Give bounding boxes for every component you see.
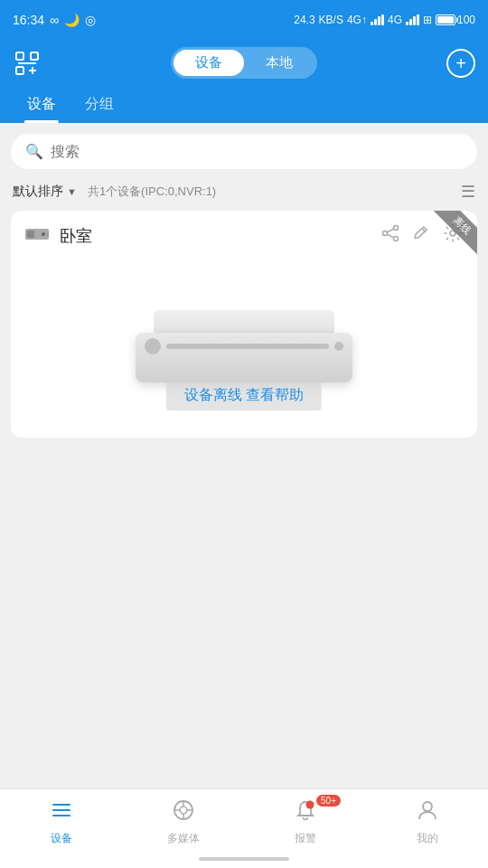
tab-device[interactable]: 设备: [174, 50, 244, 76]
data-speed: 24.3: [294, 14, 314, 26]
status-left: 16:34 ∞ 🌙 ◎: [13, 13, 96, 27]
device-count: 共1个设备(IPC:0,NVR:1): [88, 184, 216, 200]
svg-point-27: [423, 802, 432, 811]
chevron-down-icon: ▼: [67, 186, 77, 197]
sub-tabs: 设备 分组: [0, 88, 488, 123]
nav-label-alarm: 报警: [295, 831, 316, 846]
svg-rect-0: [16, 52, 23, 60]
main-content: 🔍 默认排序 ▼ 共1个设备(IPC:0,NVR:1) ☰ 离线: [0, 123, 488, 783]
status-bar: 16:34 ∞ 🌙 ◎ 24.3 KB/S 4G↑ 4G ⊞: [0, 0, 488, 40]
sort-left: 默认排序 ▼ 共1个设备(IPC:0,NVR:1): [13, 184, 216, 200]
svg-line-13: [387, 229, 393, 232]
signal-bars-1: [371, 14, 384, 25]
search-input[interactable]: [51, 144, 463, 160]
nav-label-media: 多媒体: [167, 831, 200, 846]
svg-rect-1: [31, 52, 38, 60]
svg-rect-2: [16, 67, 23, 74]
time-display: 16:34: [13, 13, 44, 27]
home-indicator: [199, 857, 289, 861]
status-right: 24.3 KB/S 4G↑ 4G ⊞ 100: [294, 14, 475, 26]
alarm-nav-icon: [294, 798, 317, 827]
svg-rect-9: [47, 231, 49, 237]
device-nav-icon: [50, 798, 73, 827]
search-bar: 🔍: [11, 134, 477, 169]
nvr-body-part: [136, 333, 352, 382]
svg-point-11: [394, 237, 399, 241]
nav-label-device: 设备: [51, 831, 72, 846]
hb-icon: ⊞: [423, 14, 432, 26]
sort-label[interactable]: 默认排序: [13, 184, 63, 200]
device-card: 离线 卧室: [11, 211, 477, 438]
battery-indicator: 100: [436, 14, 475, 26]
tab-local[interactable]: 本地: [244, 50, 314, 76]
sub-tab-group[interactable]: 分组: [70, 88, 128, 123]
signal-bars-2: [406, 14, 419, 25]
top-nav: 设备 本地 +: [0, 40, 488, 88]
offline-ribbon: 离线: [433, 211, 477, 255]
media-nav-icon: [172, 798, 195, 827]
bottom-nav: 设备 多媒体 50+ 报警: [0, 788, 488, 868]
list-view-toggle[interactable]: ☰: [461, 182, 475, 202]
nav-item-alarm[interactable]: 50+ 报警: [244, 798, 366, 846]
plus-icon: +: [455, 54, 466, 72]
data-unit: KB/S: [319, 14, 343, 26]
svg-point-12: [383, 231, 388, 236]
device-name: 卧室: [60, 225, 92, 247]
moon-icon: 🌙: [64, 13, 80, 27]
svg-point-10: [394, 226, 399, 231]
device-card-header: 卧室: [11, 211, 477, 257]
device-left: 卧室: [25, 225, 92, 247]
4g-label-2: 4G: [388, 14, 402, 26]
profile-nav-icon: [416, 798, 439, 827]
scan-button[interactable]: [13, 49, 42, 78]
4g-label: 4G↑: [347, 14, 367, 26]
sort-bar: 默认排序 ▼ 共1个设备(IPC:0,NVR:1) ☰: [0, 176, 488, 207]
sub-tab-device[interactable]: 设备: [13, 88, 70, 123]
nav-label-profile: 我的: [417, 831, 438, 846]
alarm-badge: 50+: [316, 795, 341, 807]
main-tab-switcher: 设备 本地: [171, 47, 317, 79]
nav-item-profile[interactable]: 我的: [366, 798, 488, 846]
device-image: [136, 292, 352, 382]
svg-line-14: [387, 234, 393, 238]
svg-point-8: [42, 232, 45, 236]
svg-point-21: [180, 807, 187, 814]
nvr-icon: [25, 225, 51, 246]
device-body: 设备离线 查看帮助: [11, 257, 477, 438]
sim-icon: ∞: [50, 13, 59, 27]
share-button[interactable]: [381, 224, 399, 247]
offline-message[interactable]: 设备离线 查看帮助: [166, 381, 322, 410]
nav-item-media[interactable]: 多媒体: [122, 798, 244, 846]
add-button[interactable]: +: [446, 49, 475, 78]
nav-item-device[interactable]: 设备: [0, 798, 122, 846]
search-icon: 🔍: [25, 143, 43, 160]
sync-icon: ◎: [85, 13, 96, 27]
svg-point-26: [305, 801, 314, 809]
svg-rect-7: [27, 231, 34, 238]
battery-level: 100: [457, 14, 475, 26]
